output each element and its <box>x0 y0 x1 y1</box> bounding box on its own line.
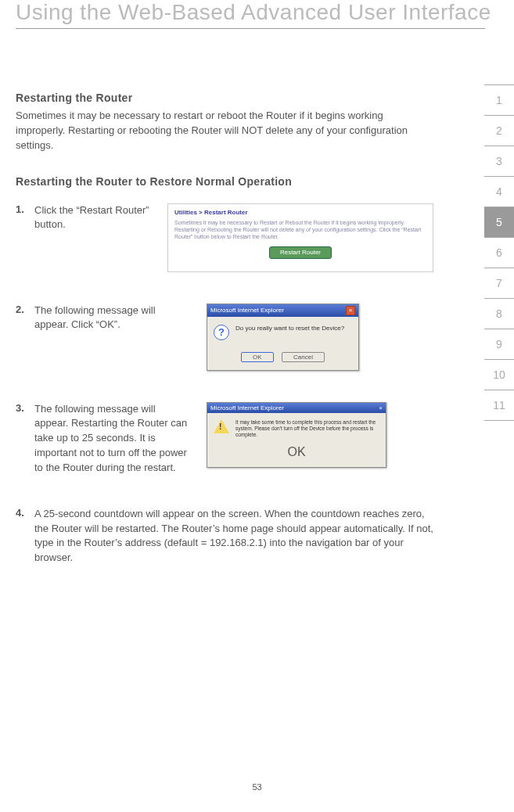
page-header: Using the Web-Based Advanced User Interf… <box>16 0 514 29</box>
dialog-title: Microsoft Internet Explorer <box>210 307 284 314</box>
close-icon[interactable]: × <box>346 306 355 315</box>
restart-router-button[interactable]: Restart Router <box>269 246 332 259</box>
screenshot-warning-dialog: Microsoft Internet Explorer × It may tak… <box>207 402 386 468</box>
section-tab-9[interactable]: 9 <box>484 329 514 360</box>
close-icon[interactable]: × <box>379 404 383 411</box>
subsection-title: Restarting the Router to Restore Normal … <box>16 175 454 188</box>
step-4: 4. A 25-second countdown will appear on … <box>16 507 454 566</box>
step-number: 1. <box>16 203 34 215</box>
section-tab-7[interactable]: 7 <box>484 268 514 299</box>
warning-icon <box>214 419 229 433</box>
screenshot-panel-title: Utilities > Restart Router <box>174 209 426 216</box>
section-tab-2[interactable]: 2 <box>484 115 514 146</box>
section-intro: Sometimes it may be necessary to restart… <box>16 109 422 153</box>
step-number: 4. <box>16 507 34 519</box>
step-text: Click the “Restart Router” button. <box>34 203 167 233</box>
question-icon: ? <box>214 325 229 340</box>
section-tab-5[interactable]: 5 <box>484 207 514 238</box>
page-title: Using the Web-Based Advanced User Interf… <box>16 0 514 25</box>
step-text: A 25-second countdown will appear on the… <box>34 507 441 566</box>
step-text: The following message will appear. Click… <box>34 304 199 333</box>
section-tab-6[interactable]: 6 <box>484 237 514 268</box>
dialog-message: It may take some time to complete this p… <box>235 419 379 439</box>
section-tab-1[interactable]: 1 <box>484 84 514 116</box>
dialog-titlebar: Microsoft Internet Explorer × <box>207 403 386 413</box>
section-tab-8[interactable]: 8 <box>484 298 514 329</box>
step-2: 2. The following message will appear. Cl… <box>16 304 454 371</box>
section-tabs: 1 2 3 4 5 6 7 8 9 10 11 <box>484 84 514 420</box>
section-tab-3[interactable]: 3 <box>484 146 514 177</box>
section-tab-11[interactable]: 11 <box>484 390 514 421</box>
page-number: 53 <box>0 782 514 792</box>
step-number: 2. <box>16 304 34 315</box>
section-tab-10[interactable]: 10 <box>484 359 514 390</box>
screenshot-restart-router-panel: Utilities > Restart Router Sometimes it … <box>167 203 433 272</box>
content-area: Restarting the Router Sometimes it may b… <box>16 29 454 566</box>
step-number: 3. <box>16 402 34 414</box>
screenshot-panel-body: Sometimes it may be necessary to Restart… <box>174 219 426 240</box>
dialog-message: Do you really want to reset the Device? <box>235 325 344 332</box>
section-title: Restarting the Router <box>16 92 454 104</box>
section-tab-4[interactable]: 4 <box>484 176 514 207</box>
cancel-button[interactable]: Cancel <box>282 352 325 362</box>
dialog-title: Microsoft Internet Explorer <box>210 404 284 411</box>
step-1: 1. Click the “Restart Router” button. Ut… <box>16 203 454 272</box>
ok-button[interactable]: OK <box>287 445 305 458</box>
step-3: 3. The following message will appear. Re… <box>16 402 454 476</box>
step-text: The following message will appear. Resta… <box>34 402 199 476</box>
screenshot-confirm-dialog: Microsoft Internet Explorer × ? Do you r… <box>207 304 359 371</box>
dialog-titlebar: Microsoft Internet Explorer × <box>207 304 358 317</box>
ok-button[interactable]: OK <box>241 352 274 362</box>
